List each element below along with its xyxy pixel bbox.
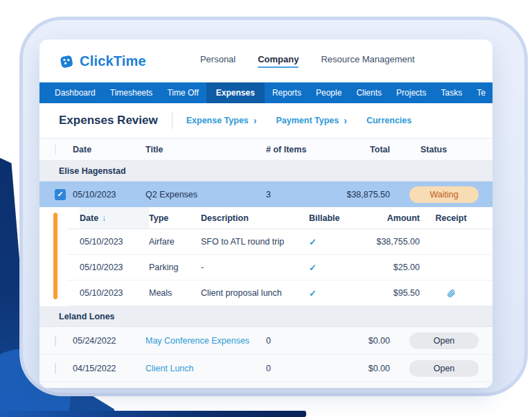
cell-items: 0: [262, 336, 342, 346]
status-badge-open[interactable]: Open: [409, 360, 479, 377]
cell-total: $38,875.50: [342, 190, 396, 199]
cell-description: SFO to ATL round trip: [201, 237, 298, 247]
paperclip-icon: [447, 288, 456, 299]
status-badge-open[interactable]: Open: [409, 332, 479, 349]
detail-row-airfare[interactable]: 05/10/2023 Airfare SFO to ATL round trip…: [67, 229, 493, 255]
cell-type: Meals: [149, 288, 201, 298]
nav-item-time-off[interactable]: Time Off: [160, 82, 205, 103]
page-title: Expenses Review: [59, 114, 158, 127]
col-header-status[interactable]: Status: [396, 145, 493, 154]
nav-item-clients[interactable]: Clients: [349, 82, 389, 103]
row-checkbox[interactable]: [55, 335, 56, 346]
settings-links: Expense Types › Payment Types › Currenci…: [186, 116, 412, 125]
expense-row-may-conference[interactable]: 05/24/2022 May Conference Expenses 0 $0.…: [39, 327, 493, 355]
col-header-total[interactable]: Total: [342, 145, 396, 154]
expense-title-link[interactable]: May Conference Expenses: [145, 336, 262, 346]
workspace-nav: Personal Company Resource Management: [200, 54, 415, 68]
nav-item-expenses[interactable]: Expenses: [206, 82, 265, 103]
cell-date: 05/24/2022: [73, 336, 145, 346]
app-window: ClickTime Personal Company Resource Mana…: [39, 39, 493, 388]
detail-row-meals[interactable]: 05/10/2023 Meals Client proposal lunch ✓…: [67, 281, 493, 306]
tab-personal[interactable]: Personal: [200, 54, 236, 68]
clicktime-logo-icon: [59, 53, 75, 69]
nav-item-tasks[interactable]: Tasks: [434, 82, 470, 103]
detail-col-date[interactable]: Date ↓: [80, 207, 149, 229]
check-icon: ✓: [57, 190, 63, 199]
group-header-elise-hagenstad: Elise Hagenstad: [39, 161, 493, 181]
expense-title-link[interactable]: Client Lunch: [145, 364, 262, 373]
status-badge-open[interactable]: Open: [409, 388, 479, 389]
billable-check-icon: ✓: [309, 237, 317, 247]
header-divider: [172, 112, 172, 129]
background-bottom-band: [0, 411, 306, 417]
row-checkbox[interactable]: [55, 363, 56, 374]
cell-amount: $25.00: [357, 263, 420, 272]
expense-table-header: Date Title # of Items Total Status: [39, 138, 493, 161]
clicktime-logo[interactable]: ClickTime: [59, 53, 146, 69]
cell-type: Airfare: [149, 237, 201, 247]
cell-items: 0: [262, 364, 342, 373]
nav-item-dashboard[interactable]: Dashboard: [48, 82, 103, 103]
nav-item-teams-clipped[interactable]: Te: [470, 82, 493, 103]
col-header-date[interactable]: Date: [73, 145, 145, 154]
detail-col-date-label: Date: [80, 213, 98, 223]
chevron-right-icon: ›: [254, 116, 257, 125]
select-all-checkbox[interactable]: [55, 144, 56, 155]
cell-date: 05/10/2023: [73, 190, 145, 199]
cell-title: Q2 Expenses: [145, 190, 262, 199]
cell-date: 04/15/2022: [73, 364, 145, 373]
cell-date: 05/10/2023: [80, 263, 149, 272]
detail-table-header: Date ↓ Type Description Billable Amount …: [67, 207, 493, 229]
link-currencies-label: Currencies: [366, 116, 411, 125]
nav-item-people[interactable]: People: [309, 82, 348, 103]
chevron-right-icon: ›: [344, 116, 347, 125]
row-checkbox-checked[interactable]: ✓: [55, 189, 66, 200]
col-header-items[interactable]: # of Items: [262, 145, 342, 154]
detail-table: Date ↓ Type Description Billable Amount …: [67, 207, 493, 306]
link-expense-types-label: Expense Types: [186, 116, 249, 125]
col-header-title[interactable]: Title: [145, 145, 262, 154]
link-payment-types-label: Payment Types: [276, 116, 339, 125]
detail-col-amount[interactable]: Amount: [357, 213, 420, 223]
expense-row-site-visit[interactable]: 04/15/2022 Site Visit / Transportation 0…: [39, 382, 493, 388]
receipt-cell[interactable]: [420, 288, 482, 299]
expense-detail-panel: Date ↓ Type Description Billable Amount …: [39, 207, 493, 306]
tab-company[interactable]: Company: [258, 54, 299, 68]
nav-item-reports[interactable]: Reports: [265, 82, 308, 103]
detail-col-description[interactable]: Description: [201, 213, 298, 223]
cell-date: 05/10/2023: [80, 237, 149, 247]
detail-col-receipt[interactable]: Receipt: [420, 213, 482, 223]
cell-type: Parking: [149, 263, 201, 272]
cell-date: 05/10/2023: [80, 288, 149, 298]
billable-check-icon: ✓: [309, 288, 317, 299]
page-header: Expenses Review Expense Types › Payment …: [39, 103, 493, 138]
link-expense-types[interactable]: Expense Types ›: [186, 116, 257, 125]
expense-row-q2-expenses[interactable]: ✓ 05/10/2023 Q2 Expenses 3 $38,875.50 Wa…: [39, 181, 493, 207]
cell-items: 3: [262, 190, 342, 199]
cell-total: $0.00: [342, 336, 396, 346]
detail-accent-bar: [53, 213, 57, 299]
detail-row-parking[interactable]: 05/10/2023 Parking - ✓ $25.00: [67, 255, 493, 281]
expense-row-client-lunch[interactable]: 04/15/2022 Client Lunch 0 $0.00 Open: [39, 355, 493, 382]
cell-total: $0.00: [342, 364, 396, 373]
main-nav-bar: Dashboard Timesheets Time Off Expenses R…: [39, 82, 493, 103]
cell-description: Client proposal lunch: [201, 288, 298, 298]
cell-amount: $38,755.00: [357, 237, 420, 247]
app-header: ClickTime Personal Company Resource Mana…: [39, 39, 493, 82]
status-badge-waiting[interactable]: Waiting: [409, 186, 479, 203]
sort-desc-icon: ↓: [102, 213, 106, 223]
tab-resource-management[interactable]: Resource Management: [321, 54, 414, 68]
cell-description: -: [201, 263, 298, 272]
link-payment-types[interactable]: Payment Types ›: [276, 116, 346, 125]
link-currencies[interactable]: Currencies: [366, 116, 411, 125]
group-header-leland-lones: Leland Lones: [39, 306, 493, 327]
billable-check-icon: ✓: [309, 263, 317, 273]
cell-amount: $95.50: [357, 288, 420, 298]
detail-col-billable[interactable]: Billable: [298, 213, 357, 223]
clicktime-logo-text: ClickTime: [80, 53, 146, 69]
detail-col-type[interactable]: Type: [149, 213, 201, 223]
nav-item-timesheets[interactable]: Timesheets: [103, 82, 160, 103]
nav-item-projects[interactable]: Projects: [389, 82, 433, 103]
